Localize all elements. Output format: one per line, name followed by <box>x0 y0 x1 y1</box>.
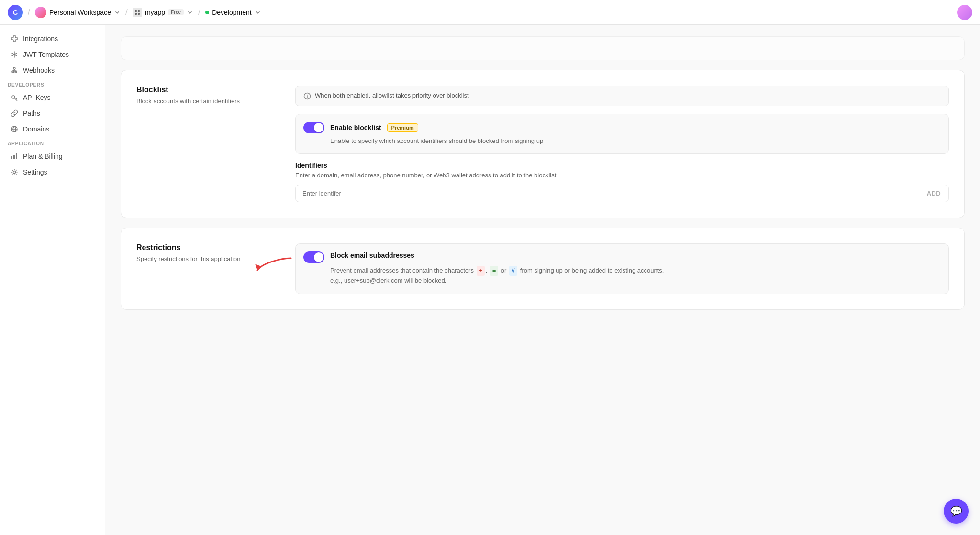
sidebar-item-domains[interactable]: Domains <box>3 121 102 137</box>
sidebar-item-api-keys-label: API Keys <box>23 94 51 101</box>
svg-rect-11 <box>16 153 17 159</box>
sidebar-item-plan-billing[interactable]: Plan & Billing <box>3 149 102 164</box>
restrictions-description: Prevent email addresses that contain the… <box>303 266 941 286</box>
svg-point-6 <box>13 67 15 69</box>
sidebar-item-jwt-templates[interactable]: JWT Templates <box>3 47 102 62</box>
sidebar-item-settings-label: Settings <box>23 168 47 176</box>
blocklist-info-box: When both enabled, allowlist takes prior… <box>295 86 949 106</box>
sidebar-section-developers: DEVELOPERS <box>0 78 105 89</box>
restrictions-toggle-label: Block email subaddresses <box>330 251 414 259</box>
workspace-name: Personal Workspace <box>49 9 111 16</box>
svg-rect-1 <box>138 10 140 12</box>
restrictions-code-hash: # <box>509 266 517 276</box>
identifiers-section: Identifiers Enter a domain, email addres… <box>295 162 949 202</box>
partial-top-card <box>121 36 965 60</box>
sidebar-item-api-keys[interactable]: API Keys <box>3 90 102 105</box>
nav-separator-2: / <box>125 7 128 17</box>
main-content: Blocklist Block accounts with certain id… <box>105 25 980 535</box>
premium-badge: Premium <box>387 123 418 132</box>
topnav: C / Personal Workspace / myapp Free / De… <box>0 0 980 25</box>
blocklist-toggle-row: Enable blocklist Premium Enable to speci… <box>295 114 949 154</box>
app-chevron-icon <box>187 9 193 16</box>
blocklist-info-text: When both enabled, allowlist takes prior… <box>315 92 469 99</box>
restrictions-code-equals: = <box>490 266 498 276</box>
app-name: myapp <box>145 9 165 16</box>
svg-rect-9 <box>11 156 12 159</box>
restrictions-toggle-knob <box>314 252 323 262</box>
asterisk-icon <box>11 51 18 58</box>
clerk-logo[interactable]: C <box>8 5 23 20</box>
sidebar-item-webhooks-label: Webhooks <box>23 66 55 74</box>
identifier-input-row: ADD <box>295 185 949 202</box>
info-circle-icon <box>303 92 311 100</box>
sidebar-item-settings[interactable]: Settings <box>3 164 102 180</box>
identifiers-subtitle: Enter a domain, email address, phone num… <box>295 171 949 180</box>
restrictions-desc-text3: or <box>499 267 508 274</box>
key-icon <box>11 94 18 101</box>
user-avatar[interactable] <box>957 5 972 20</box>
svg-rect-10 <box>13 155 15 159</box>
blocklist-card-left: Blocklist Block accounts with certain id… <box>136 86 280 202</box>
toggle-knob <box>314 123 323 132</box>
app-layout: Integrations JWT Templates Webhooks DEVE… <box>0 25 980 535</box>
sidebar-item-plan-billing-label: Plan & Billing <box>23 153 63 160</box>
chat-icon: 💬 <box>950 505 962 517</box>
sidebar-item-integrations-label: Integrations <box>23 35 58 43</box>
blocklist-subtitle: Block accounts with certain identifiers <box>136 97 280 106</box>
red-arrow <box>253 249 296 277</box>
restrictions-desc-text2: , <box>486 267 489 274</box>
svg-point-12 <box>13 171 16 174</box>
blocklist-card-right: When both enabled, allowlist takes prior… <box>295 86 949 202</box>
sidebar-item-integrations[interactable]: Integrations <box>3 31 102 46</box>
sidebar-item-paths-label: Paths <box>23 109 40 117</box>
blocklist-toggle-label: Enable blocklist <box>330 124 381 131</box>
nav-separator-3: / <box>198 7 200 17</box>
restrictions-example: e.g., user+sub@clerk.com will be blocked… <box>330 277 446 284</box>
sidebar-item-webhooks[interactable]: Webhooks <box>3 63 102 78</box>
sidebar-item-jwt-label: JWT Templates <box>23 51 69 58</box>
identifiers-title: Identifiers <box>295 162 949 169</box>
blocklist-card: Blocklist Block accounts with certain id… <box>121 70 965 218</box>
identifier-add-button[interactable]: ADD <box>919 185 948 202</box>
free-badge: Free <box>168 9 184 15</box>
restrictions-toggle[interactable] <box>303 251 324 263</box>
restrictions-desc-text1: Prevent email addresses that contain the… <box>330 267 476 274</box>
env-dot <box>205 11 209 14</box>
svg-rect-3 <box>138 13 140 15</box>
bar-chart-icon <box>11 153 18 160</box>
sidebar: Integrations JWT Templates Webhooks DEVE… <box>0 25 105 535</box>
restrictions-card: Restrictions Specify restrictions for th… <box>121 228 965 310</box>
workspace-avatar <box>35 7 46 18</box>
webhook-icon <box>11 66 18 74</box>
restrictions-code-plus: + <box>477 266 485 276</box>
svg-rect-2 <box>135 13 137 15</box>
restrictions-desc-text4: from signing up or being added to existi… <box>518 267 664 274</box>
globe-icon <box>11 125 18 133</box>
env-name: Development <box>212 9 252 16</box>
topnav-right <box>957 5 972 20</box>
sidebar-item-paths[interactable]: Paths <box>3 106 102 121</box>
svg-marker-14 <box>255 264 262 270</box>
env-selector[interactable]: Development <box>205 9 261 16</box>
restrictions-card-right: Block email subaddresses Prevent email a… <box>295 243 949 294</box>
identifier-input[interactable] <box>296 185 919 202</box>
svg-rect-0 <box>135 10 137 12</box>
chat-button[interactable]: 💬 <box>944 499 969 524</box>
blocklist-toggle[interactable] <box>303 122 324 133</box>
puzzle-icon <box>11 35 18 43</box>
sidebar-item-domains-label: Domains <box>23 125 49 133</box>
link-icon <box>11 109 18 117</box>
workspace-selector[interactable]: Personal Workspace <box>35 7 121 18</box>
nav-separator-1: / <box>28 7 30 17</box>
restrictions-toggle-row: Block email subaddresses Prevent email a… <box>295 243 949 294</box>
app-icon <box>133 8 142 17</box>
env-chevron-icon <box>255 9 261 16</box>
app-selector[interactable]: myapp Free <box>133 8 193 17</box>
workspace-chevron-icon <box>114 9 121 16</box>
blocklist-toggle-description: Enable to specify which account identifi… <box>303 136 941 146</box>
gear-icon <box>11 168 18 176</box>
blocklist-title: Blocklist <box>136 86 280 94</box>
sidebar-section-application: APPLICATION <box>0 137 105 148</box>
